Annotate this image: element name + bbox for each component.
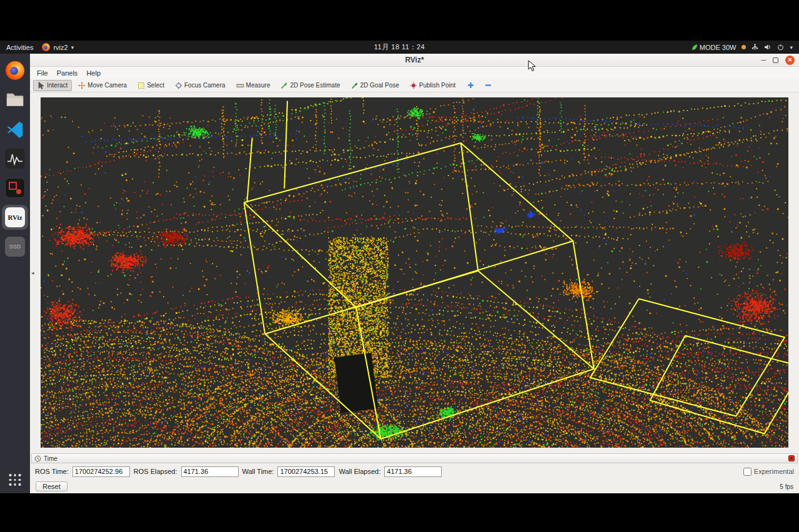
- dock-item-terminal-app[interactable]: [2, 175, 28, 200]
- toolbar-2d-pose-estimate-button[interactable]: 2D Pose Estimate: [276, 80, 344, 91]
- menu-bar: File Panels Help: [30, 67, 799, 79]
- activities-button[interactable]: Activities: [6, 44, 33, 51]
- dock-item-vscode[interactable]: [2, 117, 28, 142]
- experimental-label: Experimental: [754, 468, 794, 475]
- waveform-icon: [6, 151, 24, 166]
- mouse-cursor: [528, 60, 536, 72]
- viewport-area: ◂: [30, 92, 799, 453]
- waveform-app-icon: [5, 149, 25, 169]
- measure-icon: [236, 82, 244, 89]
- wall-time-label: Wall Time:: [242, 468, 274, 475]
- toolbar-label: Publish Point: [419, 82, 455, 89]
- menu-help[interactable]: Help: [82, 69, 105, 77]
- toolbar-measure-button[interactable]: Measure: [232, 80, 275, 91]
- firefox-icon: [6, 61, 24, 80]
- panel-collapse-arrow-icon[interactable]: ◂: [31, 270, 34, 276]
- system-tray[interactable]: MODE 30W ▾: [692, 44, 793, 51]
- ssd-icon-label: SSD: [9, 244, 21, 250]
- reset-button[interactable]: Reset: [36, 481, 67, 491]
- time-panel-title: Time: [44, 455, 57, 462]
- notification-dot-icon: [742, 45, 746, 49]
- dock-item-plot-tool[interactable]: [2, 146, 28, 171]
- window-titlebar[interactable]: RViz* ─ ✕: [30, 54, 799, 67]
- toolbar-2d-goal-pose-button[interactable]: 2D Goal Pose: [347, 80, 404, 91]
- toolbar-select-button[interactable]: Select: [133, 80, 169, 91]
- toolbar-label: Focus Camera: [184, 82, 226, 89]
- window-controls: ─ ✕: [761, 56, 795, 65]
- dock-item-ssd[interactable]: SSD: [2, 234, 28, 259]
- volume-icon: [764, 44, 772, 51]
- focused-app-menu[interactable]: rviz2 ▾: [42, 43, 74, 51]
- power-mode-label: MODE 30W: [700, 44, 737, 51]
- pointcloud-canvas[interactable]: [41, 97, 788, 448]
- red-app-glyph-icon: [7, 180, 23, 196]
- leaf-icon: [692, 44, 698, 51]
- toolbar-label: Move Camera: [87, 82, 127, 89]
- toolbar-label: Measure: [246, 82, 270, 89]
- clock-icon: [34, 455, 41, 462]
- network-icon: [752, 44, 758, 51]
- dock: RViz SSD: [0, 54, 30, 493]
- ssd-drive-icon: SSD: [5, 237, 25, 257]
- experimental-option: Experimental: [743, 468, 794, 476]
- experimental-checkbox[interactable]: [743, 468, 752, 476]
- rviz-icon: RViz: [5, 207, 25, 227]
- goal-pose-arrow-icon: [351, 82, 359, 89]
- move-camera-icon: [78, 82, 86, 89]
- toolbar-label: Select: [147, 82, 164, 89]
- app-name: rviz2: [53, 44, 67, 51]
- toolbar-move-camera-button[interactable]: Move Camera: [74, 80, 131, 91]
- wall-time-input[interactable]: [277, 466, 335, 477]
- toolbar-label: 2D Goal Pose: [360, 82, 399, 89]
- dock-item-firefox[interactable]: [2, 58, 28, 83]
- time-panel-close-button[interactable]: [788, 455, 795, 461]
- close-button[interactable]: ✕: [785, 56, 795, 65]
- publish-point-icon: [410, 82, 417, 89]
- time-panel-fields: ROS Time: ROS Elapsed: Wall Time: Wall E…: [30, 463, 799, 480]
- menu-panels[interactable]: Panels: [52, 69, 82, 77]
- toolbar-label: 2D Pose Estimate: [290, 82, 340, 89]
- toolbar-focus-camera-button[interactable]: Focus Camera: [171, 80, 230, 91]
- red-app-icon: [5, 178, 25, 198]
- time-panel-footer: Reset 5 fps: [30, 480, 799, 493]
- focus-camera-icon: [175, 82, 182, 89]
- dock-item-files[interactable]: [2, 87, 28, 112]
- tray-chevron-down-icon: ▾: [790, 44, 793, 51]
- rviz-window: RViz* ─ ✕ File Panels Help Interact: [30, 54, 799, 493]
- time-panel: Time ROS Time: ROS Elapsed: Wall Time: W…: [30, 453, 799, 493]
- files-folder-icon: [6, 92, 24, 108]
- plus-icon: [467, 82, 474, 89]
- rviz-icon-label: RViz: [7, 214, 22, 221]
- toolbar-publish-point-button[interactable]: Publish Point: [405, 80, 460, 91]
- ubuntu-top-bar: Activities rviz2 ▾ 11月 18 11：24 MODE 30W: [0, 41, 799, 54]
- desktop: Activities rviz2 ▾ 11月 18 11：24 MODE 30W: [0, 41, 799, 493]
- interact-cursor-icon: [37, 82, 45, 89]
- fps-counter: 5 fps: [780, 483, 793, 490]
- dock-item-rviz[interactable]: RViz: [2, 205, 28, 230]
- maximize-button[interactable]: [773, 57, 778, 63]
- show-applications-button[interactable]: [9, 474, 21, 486]
- wall-elapsed-label: Wall Elapsed:: [339, 468, 380, 475]
- window-title: RViz*: [405, 56, 424, 64]
- clock[interactable]: 11月 18 11：24: [374, 42, 425, 52]
- vscode-icon: [6, 121, 24, 138]
- add-tool-button[interactable]: [464, 80, 477, 91]
- minus-icon: [485, 82, 492, 89]
- minimize-button[interactable]: ─: [761, 57, 766, 62]
- menu-file[interactable]: File: [32, 69, 52, 77]
- screen: Activities rviz2 ▾ 11月 18 11：24 MODE 30W: [0, 0, 799, 532]
- ros-elapsed-label: ROS Elapsed:: [134, 468, 177, 475]
- remove-tool-button[interactable]: [482, 80, 495, 91]
- ros-elapsed-input[interactable]: [181, 466, 239, 477]
- toolbar-interact-button[interactable]: Interact: [33, 80, 72, 91]
- ros-time-input[interactable]: [72, 466, 130, 477]
- power-mode-indicator: MODE 30W: [692, 44, 737, 51]
- chevron-down-icon: ▾: [71, 44, 74, 51]
- power-icon: [777, 44, 784, 51]
- time-panel-header[interactable]: Time: [31, 453, 798, 463]
- ros-time-label: ROS Time:: [35, 468, 69, 475]
- firefox-icon: [42, 43, 50, 51]
- select-icon: [137, 82, 145, 89]
- 3d-viewport: [41, 97, 788, 448]
- wall-elapsed-input[interactable]: [384, 466, 442, 477]
